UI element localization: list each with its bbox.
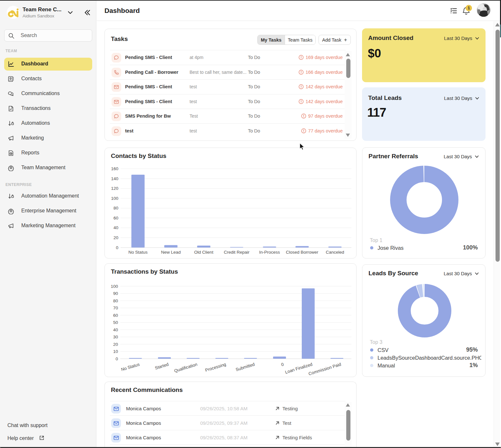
svg-text:100: 100 xyxy=(111,196,118,201)
svg-text:60: 60 xyxy=(113,216,118,220)
svg-text:10: 10 xyxy=(113,349,118,354)
svg-text:New Lead: New Lead xyxy=(161,250,181,255)
svg-text:Credit Repair: Credit Repair xyxy=(224,250,250,255)
svg-text:30: 30 xyxy=(113,335,118,339)
svg-text:60: 60 xyxy=(113,313,118,318)
svg-text:No Status: No Status xyxy=(121,362,140,372)
svg-text:Canceled: Canceled xyxy=(326,250,344,255)
svg-text:0: 0 xyxy=(280,362,284,367)
svg-text:Qualification: Qualification xyxy=(173,362,198,374)
svg-text:90: 90 xyxy=(113,291,118,296)
svg-text:20: 20 xyxy=(113,342,118,347)
svg-text:0: 0 xyxy=(115,356,118,361)
svg-text:0: 0 xyxy=(116,245,118,250)
svg-text:Started: Started xyxy=(154,362,169,371)
svg-text:40: 40 xyxy=(113,327,118,332)
svg-text:140: 140 xyxy=(111,176,118,181)
svg-text:Commission Paid: Commission Paid xyxy=(308,362,342,376)
svg-text:80: 80 xyxy=(113,206,118,210)
svg-text:Old Client: Old Client xyxy=(194,250,213,255)
svg-text:Processing: Processing xyxy=(205,362,227,373)
svg-text:120: 120 xyxy=(111,186,118,191)
svg-text:Closed Borrower: Closed Borrower xyxy=(286,250,319,255)
svg-text:20: 20 xyxy=(113,235,118,240)
svg-text:40: 40 xyxy=(113,225,118,230)
svg-text:50: 50 xyxy=(113,320,118,325)
svg-text:No Status: No Status xyxy=(128,250,148,255)
svg-text:In-Process: In-Process xyxy=(259,250,280,255)
svg-text:160: 160 xyxy=(111,166,118,171)
svg-text:80: 80 xyxy=(113,298,118,303)
svg-text:70: 70 xyxy=(113,306,118,310)
svg-text:100: 100 xyxy=(111,284,118,289)
svg-text:Submitted: Submitted xyxy=(235,362,255,372)
